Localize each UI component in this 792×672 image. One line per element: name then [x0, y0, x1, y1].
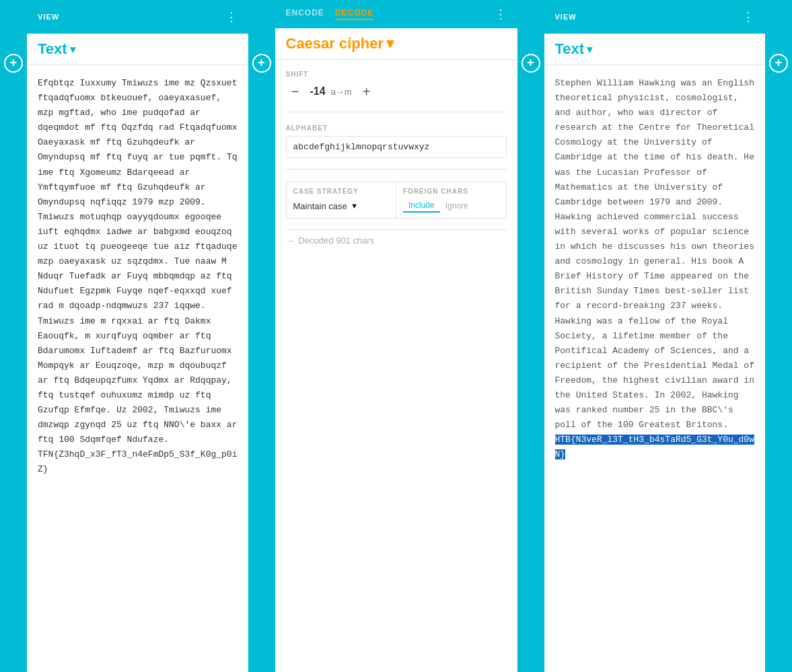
cipher-name-chevron: ▾ — [386, 35, 394, 52]
right-title-text: Text — [555, 40, 585, 58]
cipher-title-bar: Caesar cipher ▾ — [275, 28, 517, 60]
right-panel: VIEW ⋮ Text ▾ Stephen William Hawking wa… — [544, 0, 766, 672]
left-title-chevron: ▾ — [70, 43, 75, 56]
shift-control: − -14 a→m + — [286, 82, 507, 101]
left-view-label: VIEW — [38, 13, 59, 21]
left-panel-menu-icon[interactable]: ⋮ — [225, 9, 238, 24]
shift-label: SHIFT — [286, 71, 507, 78]
right-title-bar: Text ▾ — [544, 34, 766, 65]
cipher-panel-menu-icon[interactable]: ⋮ — [495, 7, 507, 22]
left-text-content: Efqbtqz Iuxxumy Tmiwuzs ime mz Qzsxuet f… — [38, 76, 238, 478]
left-panel-content: Efqbtqz Iuxxumy Tmiwuzs ime mz Qzsxuet f… — [27, 65, 248, 672]
alphabet-value: abcdefghijklmnopqrstuvwxyz — [286, 136, 507, 158]
cipher-name[interactable]: Caesar cipher ▾ — [286, 35, 507, 52]
foreign-chars-label: FOREIGN CHARS — [403, 188, 499, 195]
foreign-include-button[interactable]: Include — [403, 199, 440, 213]
foreign-ignore-button[interactable]: Ignore — [440, 199, 474, 213]
add-right-icon[interactable]: + — [769, 54, 788, 73]
right-view-label: VIEW — [555, 13, 577, 21]
left-panel-title[interactable]: Text ▾ — [38, 40, 75, 58]
right-text-highlight: HTB{N3veR_l3T_tH3_b4sTaRd5_G3t_Y0u_d0wN} — [555, 435, 754, 459]
alphabet-section: ALPHABET abcdefghijklmnopqrstuvwxyz — [286, 124, 507, 158]
right-panel-title[interactable]: Text ▾ — [555, 40, 593, 58]
right-panel-menu-icon[interactable]: ⋮ — [742, 9, 754, 24]
right-text-normal: Stephen William Hawking was an English t… — [555, 76, 755, 433]
foreign-toggle: Include Ignore — [403, 199, 499, 213]
right-title-chevron: ▾ — [587, 43, 592, 56]
decoded-info: → Decoded 901 chars — [286, 230, 507, 251]
cipher-header: ENCODE DECODE ⋮ — [275, 0, 517, 28]
add-left-center-icon[interactable]: + — [252, 54, 271, 73]
left-panel-header: VIEW ⋮ — [27, 0, 248, 34]
left-center-connector: + — [248, 0, 275, 672]
decoded-arrow: → — [286, 235, 295, 246]
options-row: CASE STRATEGY Maintain case ▾ FOREIGN CH… — [286, 182, 507, 219]
case-value: Maintain case — [293, 201, 347, 211]
center-right-connector: + — [517, 0, 544, 672]
tab-encode[interactable]: ENCODE — [286, 8, 324, 20]
shift-arrow: a→m — [331, 87, 352, 97]
shift-minus-button[interactable]: − — [286, 82, 305, 101]
foreign-chars-box: FOREIGN CHARS Include Ignore — [396, 182, 507, 219]
case-chevron: ▾ — [351, 199, 358, 213]
divider-2 — [286, 169, 507, 170]
add-left-icon[interactable]: + — [4, 54, 23, 73]
cipher-tabs: ENCODE DECODE — [286, 8, 374, 20]
case-strategy-label: CASE STRATEGY — [293, 188, 390, 195]
alphabet-label: ALPHABET — [286, 124, 507, 132]
tab-decode[interactable]: DECODE — [335, 8, 373, 20]
right-add-panel-button[interactable]: + — [765, 0, 792, 672]
add-center-right-icon[interactable]: + — [521, 54, 540, 73]
right-panel-header: VIEW ⋮ — [544, 0, 766, 34]
case-select[interactable]: Maintain case ▾ — [293, 199, 390, 213]
left-panel: VIEW ⋮ Text ▾ Efqbtqz Iuxxumy Tmiwuzs im… — [27, 0, 248, 672]
right-panel-content: Stephen William Hawking was an English t… — [544, 65, 766, 672]
decoded-text: Decoded 901 chars — [299, 235, 375, 246]
case-strategy-box: CASE STRATEGY Maintain case ▾ — [286, 182, 396, 219]
shift-plus-button[interactable]: + — [357, 82, 376, 101]
left-title-bar: Text ▾ — [27, 34, 248, 65]
left-title-text: Text — [38, 40, 67, 58]
cipher-name-text: Caesar cipher — [286, 35, 384, 52]
cipher-panel: ENCODE DECODE ⋮ Caesar cipher ▾ SHIFT − … — [275, 0, 517, 672]
left-add-panel-button[interactable]: + — [0, 0, 27, 672]
divider-1 — [286, 112, 507, 112]
shift-value: -14 — [310, 85, 326, 98]
cipher-body: SHIFT − -14 a→m + ALPHABET abcdefghijklm… — [275, 60, 517, 262]
